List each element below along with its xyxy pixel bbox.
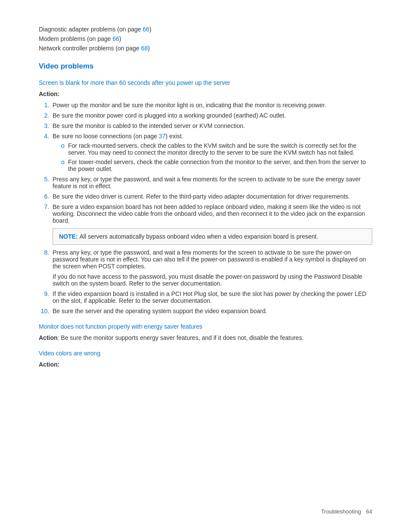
action-list-1: Power up the monitor and be sure the mon… — [51, 102, 372, 314]
diagnostic-text: Diagnostic adapter problems (on page — [39, 26, 143, 33]
list-item-8: Press any key, or type the password, and… — [51, 249, 372, 287]
intro-links: Diagnostic adapter problems (on page 66)… — [39, 26, 372, 52]
list-item-6: Be sure the video driver is current. Ref… — [51, 193, 372, 200]
network-suffix: ) — [148, 45, 150, 52]
modem-suffix: ) — [119, 35, 121, 42]
action-label-2: Action — [39, 334, 58, 341]
screen-blank-heading: Screen is blank for more than 60 seconds… — [39, 79, 372, 86]
list-item-10: Be sure the server and the operating sys… — [51, 308, 372, 314]
sub-item-4-2: For tower-model servers, check the cable… — [61, 159, 372, 172]
note-content: All servers automatically bypass onboard… — [79, 233, 318, 240]
diagnostic-link[interactable]: 66 — [143, 26, 149, 33]
action-label-3: Action: — [39, 361, 372, 368]
page-number: 64 — [366, 508, 372, 515]
sub-list-4: For rack-mounted servers, check the cabl… — [61, 142, 372, 172]
note-label: NOTE: — [59, 233, 79, 240]
diagnostic-suffix: ) — [149, 26, 152, 33]
list-item-8-text: Press any key, or type the password, and… — [53, 249, 366, 270]
footer: Troubleshooting 64 — [321, 508, 372, 515]
list-item-2: Be sure the monitor power cord is plugge… — [51, 112, 372, 119]
modem-text: Modem problems (on page — [39, 35, 112, 42]
intro-link-diagnostic: Diagnostic adapter problems (on page 66) — [39, 26, 372, 33]
intro-link-network: Network controller problems (on page 68) — [39, 45, 372, 52]
monitor-energy-heading: Monitor does not function properly with … — [39, 323, 372, 330]
modem-link[interactable]: 66 — [112, 35, 119, 42]
footer-text: Troubleshooting — [321, 508, 361, 515]
list-item-8-extra: If you do not have access to the passwor… — [53, 273, 372, 287]
sub-item-4-1: For rack-mounted servers, check the cabl… — [61, 142, 372, 156]
list-item-1-text: Power up the monitor and be sure the mon… — [53, 102, 326, 109]
list-item-7: Be sure a video expansion board has not … — [51, 203, 372, 245]
video-colors-heading: Video colors are wrong — [39, 350, 372, 357]
page-container: Diagnostic adapter problems (on page 66)… — [0, 0, 411, 532]
list-item-10-text: Be sure the server and the operating sys… — [53, 308, 267, 314]
monitor-energy-action: Action: Be sure the monitor supports ene… — [39, 334, 372, 341]
list-item-2-text: Be sure the monitor power cord is plugge… — [53, 112, 286, 119]
action-label-1: Action: — [39, 90, 372, 97]
list-item-4: Be sure no loose connections (on page 37… — [51, 133, 372, 172]
list-item-7-text: Be sure a video expansion board has not … — [53, 203, 365, 224]
list-item-6-text: Be sure the video driver is current. Ref… — [53, 193, 350, 200]
list-item-3: Be sure the monitor is cabled to the int… — [51, 122, 372, 129]
list-item-5: Press any key, or type the password, and… — [51, 176, 372, 190]
note-box-7: NOTE: All servers automatically bypass o… — [53, 228, 372, 245]
list-item-1: Power up the monitor and be sure the mon… — [51, 102, 372, 109]
page-37-link[interactable]: 37 — [159, 133, 166, 140]
list-item-5-text: Press any key, or type the password, and… — [53, 176, 361, 190]
list-item-9-text: If the video expansion board is installe… — [53, 290, 366, 304]
list-item-3-text: Be sure the monitor is cabled to the int… — [53, 122, 245, 129]
action-text-2: : Be sure the monitor supports energy sa… — [58, 334, 304, 341]
network-text: Network controller problems (on page — [39, 45, 141, 52]
list-item-9: If the video expansion board is installe… — [51, 290, 372, 304]
intro-link-modem: Modem problems (on page 66) — [39, 35, 372, 42]
list-item-4-text: Be sure no loose connections (on page 37… — [53, 133, 184, 140]
video-problems-heading: Video problems — [39, 62, 372, 71]
network-link[interactable]: 68 — [141, 45, 148, 52]
